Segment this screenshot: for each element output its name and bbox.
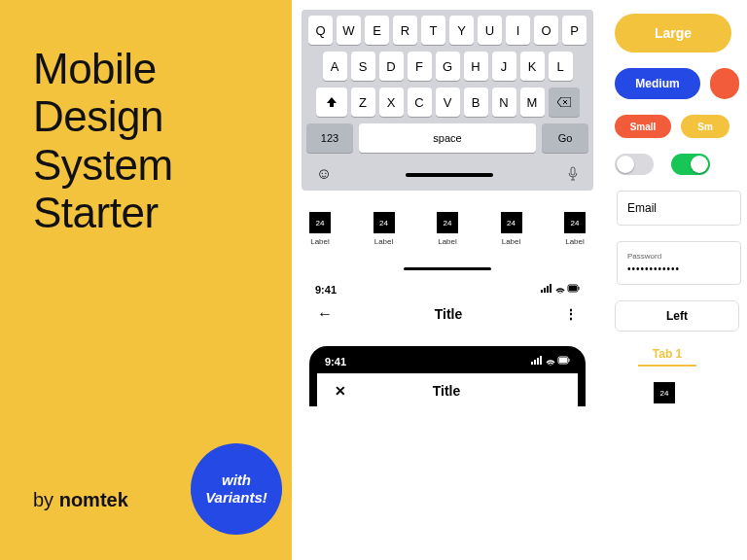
key-m[interactable]: M <box>520 88 545 117</box>
hero-panel: Mobile Design System Starter by nomtek w… <box>0 0 292 560</box>
toggle-off[interactable] <box>615 154 654 175</box>
close-icon[interactable]: ✕ <box>335 383 346 399</box>
controls-column: Large Medium Small Sm Email Password •••… <box>603 0 747 560</box>
key-o[interactable]: O <box>534 16 558 45</box>
components-column: Q W E R T Y U I O P A S D F G H J K L Z <box>292 0 603 560</box>
key-b[interactable]: B <box>464 88 488 117</box>
headline-line: System <box>33 141 268 189</box>
space-key[interactable]: space <box>359 123 536 153</box>
svg-rect-16 <box>569 359 570 362</box>
key-row-2: A S D F G H J K L <box>306 52 588 81</box>
left-aligned-button[interactable]: Left <box>615 300 739 332</box>
key-d[interactable]: D <box>379 52 404 81</box>
key-p[interactable]: P <box>562 16 587 45</box>
nav-header: ✕ Title <box>333 373 562 406</box>
email-field[interactable]: Email <box>617 191 741 226</box>
password-field[interactable]: Password •••••••••••• <box>617 241 741 285</box>
svg-rect-2 <box>544 288 546 293</box>
svg-rect-1 <box>541 290 543 293</box>
key-k[interactable]: K <box>520 52 545 81</box>
byline: by nomtek <box>33 489 128 511</box>
brand-name: nomtek <box>59 489 128 510</box>
backspace-key[interactable] <box>549 88 580 117</box>
large-button[interactable]: Large <box>615 14 731 52</box>
key-r[interactable]: R <box>393 16 417 45</box>
svg-rect-3 <box>547 286 549 293</box>
svg-rect-7 <box>569 286 577 291</box>
svg-rect-4 <box>550 284 551 293</box>
key-j[interactable]: J <box>492 52 516 81</box>
key-c[interactable]: C <box>408 88 432 117</box>
key-a[interactable]: A <box>323 52 347 81</box>
key-u[interactable]: U <box>478 16 502 45</box>
tab-1[interactable]: Tab 1 <box>638 347 696 367</box>
nav-header: ← Title ⋮ <box>315 296 580 331</box>
modal-body: ✕ Title <box>317 373 578 406</box>
key-l[interactable]: L <box>549 52 573 81</box>
key-e[interactable]: E <box>365 16 389 45</box>
key-g[interactable]: G <box>436 52 460 81</box>
badge-line: Variants! <box>205 489 267 506</box>
icon-item[interactable]: 24Label <box>437 212 458 246</box>
shift-key[interactable] <box>316 88 347 117</box>
go-key[interactable]: Go <box>542 123 588 153</box>
emoji-icon[interactable]: ☺ <box>316 165 332 183</box>
status-icons <box>531 356 570 368</box>
icon-label-row: 24Label 24Label 24Label 24Label 24Label <box>302 191 593 254</box>
home-indicator <box>406 173 493 177</box>
key-v[interactable]: V <box>436 88 460 117</box>
svg-rect-11 <box>537 358 539 365</box>
key-q[interactable]: Q <box>308 16 333 45</box>
variants-badge: withVariants! <box>191 443 282 535</box>
status-bar: 9:41 <box>315 284 580 296</box>
key-t[interactable]: T <box>421 16 445 45</box>
key-h[interactable]: H <box>464 52 488 81</box>
backspace-icon <box>557 97 571 107</box>
key-w[interactable]: W <box>337 16 361 45</box>
icon-item[interactable]: 24Label <box>564 212 586 246</box>
password-value: •••••••••••• <box>627 263 730 274</box>
more-icon[interactable]: ⋮ <box>564 306 578 322</box>
ios-keyboard: Q W E R T Y U I O P A S D F G H J K L Z <box>302 10 593 191</box>
key-n[interactable]: N <box>492 88 516 117</box>
key-row-1: Q W E R T Y U I O P <box>306 16 588 45</box>
svg-rect-0 <box>571 167 575 175</box>
medium-button[interactable]: Medium <box>615 68 700 99</box>
shift-icon <box>326 96 338 108</box>
mic-icon[interactable] <box>567 166 579 182</box>
icon-box: 24 <box>501 212 522 233</box>
icon-item[interactable]: 24Label <box>374 212 395 246</box>
svg-point-13 <box>550 365 551 366</box>
small-button[interactable]: Small <box>615 115 671 138</box>
headline: Mobile Design System Starter <box>33 45 268 236</box>
svg-point-5 <box>559 293 561 294</box>
key-y[interactable]: Y <box>449 16 474 45</box>
key-x[interactable]: X <box>379 88 404 117</box>
key-f[interactable]: F <box>408 52 432 81</box>
icon-label: Label <box>502 237 521 246</box>
by-text: by <box>33 489 59 510</box>
back-icon[interactable]: ← <box>317 305 333 323</box>
svg-rect-8 <box>579 287 580 290</box>
toggle-on[interactable] <box>671 154 710 175</box>
orange-button[interactable] <box>710 68 739 99</box>
icon-box: 24 <box>374 212 395 233</box>
icon-item[interactable]: 24Label <box>501 212 522 246</box>
icon-label: Label <box>438 237 457 246</box>
key-i[interactable]: I <box>506 16 530 45</box>
svg-rect-12 <box>540 356 542 365</box>
numeric-key[interactable]: 123 <box>306 123 353 153</box>
key-row-3: Z X C V B N M <box>306 88 588 117</box>
status-icons <box>541 284 580 296</box>
key-z[interactable]: Z <box>351 88 375 117</box>
toggle-row <box>615 154 747 175</box>
key-s[interactable]: S <box>351 52 375 81</box>
status-time: 9:41 <box>325 356 346 368</box>
headline-line: Starter <box>33 189 268 236</box>
status-time: 9:41 <box>315 284 337 296</box>
key-row-4: 123 space Go <box>306 123 588 153</box>
small-button-2[interactable]: Sm <box>681 115 729 138</box>
nav-title: Title <box>433 383 461 399</box>
icon-item[interactable]: 24Label <box>309 212 331 246</box>
icon-label: Label <box>374 237 394 246</box>
